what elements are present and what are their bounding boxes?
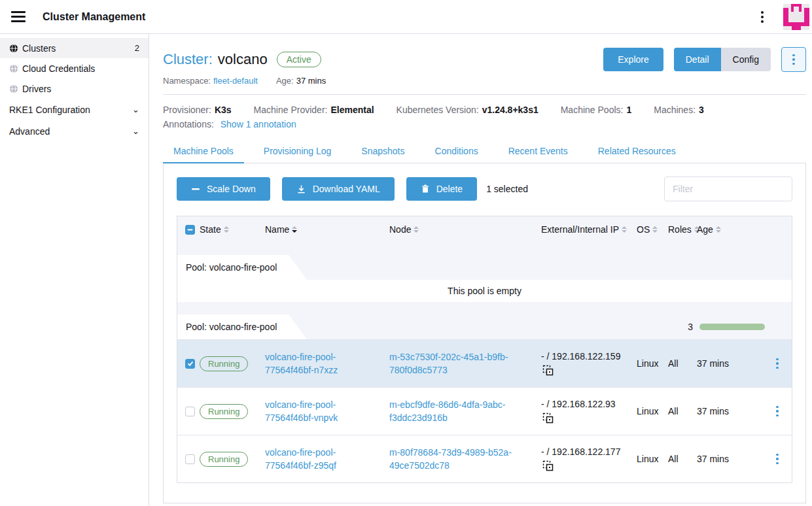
table-row[interactable]: Running volcano-fire-pool-77564f46bf-n7x…	[177, 339, 792, 387]
namespace-label: Namespace:	[163, 76, 211, 86]
tab-bar: Machine Pools Provisioning Log Snapshots…	[163, 139, 806, 163]
scale-down-button[interactable]: Scale Down	[177, 177, 270, 201]
row-actions-kebab[interactable]	[763, 358, 792, 369]
cluster-meta: Provisioner:K3s Machine Provider:Element…	[163, 102, 806, 118]
machine-provider-label: Machine Provider:	[254, 105, 328, 115]
group-spacer	[177, 243, 792, 255]
download-yaml-button[interactable]: Download YAML	[282, 177, 395, 201]
column-header-state[interactable]: State	[200, 224, 265, 235]
age-value: 37 mins	[697, 358, 763, 369]
filter-input[interactable]	[664, 177, 792, 201]
row-checkbox[interactable]	[185, 359, 195, 369]
age-value: 37 mins	[697, 406, 763, 416]
detail-button[interactable]: Detail	[674, 48, 721, 71]
chevron-down-icon: ⌄	[132, 126, 139, 136]
kubernetes-version-label: Kubernetes Version:	[397, 105, 479, 115]
clusters-count-badge: 2	[135, 43, 139, 53]
column-header-roles[interactable]: Roles	[668, 224, 697, 235]
table-row[interactable]: Running volcano-fire-pool-77564f46bf-vnp…	[177, 387, 792, 435]
sidebar: Clusters 2 Cloud Credentials Drivers RKE…	[0, 34, 149, 506]
copy-icon[interactable]	[542, 460, 554, 471]
download-icon	[296, 184, 306, 194]
state-badge: Running	[200, 452, 248, 467]
provisioner-label: Provisioner:	[163, 105, 211, 115]
machines-label: Machines:	[654, 105, 696, 115]
group-spacer	[177, 302, 792, 314]
sidebar-section-rke1-configuration[interactable]: RKE1 Configuration ⌄	[0, 99, 149, 120]
explore-button[interactable]: Explore	[603, 48, 663, 71]
column-header-ip[interactable]: External/Internal IP	[541, 224, 637, 235]
node-link[interactable]: m-80f78684-73d9-4989-b52a-49ce7502dc78	[389, 446, 541, 473]
selected-count: 1 selected	[486, 184, 528, 194]
age-label: Age:	[276, 76, 294, 86]
copy-icon[interactable]	[542, 413, 554, 424]
trash-icon	[421, 184, 430, 194]
sidebar-section-advanced[interactable]: Advanced ⌄	[0, 120, 149, 142]
node-link[interactable]: m-53c7530f-202c-45a1-b9fb-780f0d8c5773	[389, 350, 541, 377]
tab-related-resources[interactable]: Related Resources	[588, 139, 686, 163]
machine-name-link[interactable]: volcano-fire-pool-77564f46bf-z95qf	[265, 446, 389, 473]
state-badge: Running	[200, 404, 248, 419]
pool-tab-label: Pool: volcano-fire-pool	[177, 314, 307, 339]
row-checkbox[interactable]	[185, 454, 195, 464]
age-value: 37 mins	[697, 454, 763, 464]
pool-tab-label: Pool: volcano-fire-pool	[177, 255, 307, 280]
os-value: Linux	[637, 358, 668, 369]
os-value: Linux	[637, 454, 668, 464]
pool-group-header: Pool: volcano-fire-pool 3	[177, 314, 792, 339]
machine-provider-value: Elemental	[330, 105, 374, 115]
main-content: Cluster: volcano Active Explore Detail C…	[149, 34, 812, 506]
column-header-name[interactable]: Name	[265, 224, 389, 235]
globe-icon	[9, 64, 18, 73]
machine-name-link[interactable]: volcano-fire-pool-77564f46bf-n7xzz	[265, 350, 389, 377]
row-actions-kebab[interactable]	[763, 454, 792, 465]
tab-snapshots[interactable]: Snapshots	[351, 139, 415, 163]
status-badge: Active	[277, 52, 321, 67]
globe-icon	[9, 44, 18, 53]
tab-recent-events[interactable]: Recent Events	[498, 139, 578, 163]
config-button[interactable]: Config	[721, 48, 771, 71]
tab-machine-pools[interactable]: Machine Pools	[163, 139, 244, 163]
sidebar-item-label: Cloud Credentials	[22, 63, 95, 74]
annotations-label: Annotations:	[163, 119, 214, 129]
chevron-down-icon: ⌄	[132, 105, 139, 114]
sidebar-item-drivers[interactable]: Drivers	[0, 78, 149, 99]
ip-value: - / 192.168.122.159	[541, 351, 637, 362]
machine-pools-value: 1	[626, 105, 631, 115]
globe-icon	[9, 84, 18, 93]
pool-machine-count: 3	[688, 322, 693, 332]
table-header: State Name Node External/Internal IP OS …	[177, 216, 792, 243]
minus-icon	[191, 184, 200, 194]
provisioner-value: K3s	[215, 105, 232, 115]
cluster-actions-kebab-button[interactable]	[781, 47, 806, 72]
pool-health-bar	[699, 324, 765, 330]
node-link[interactable]: m-ebcf9dfe-86d6-4dfa-9abc-f3ddc23d916b	[389, 398, 541, 425]
tab-conditions[interactable]: Conditions	[425, 139, 489, 163]
delete-button[interactable]: Delete	[406, 177, 477, 201]
hamburger-menu-icon[interactable]	[11, 8, 26, 25]
machine-name-link[interactable]: volcano-fire-pool-77564f46bf-vnpvk	[265, 398, 389, 425]
cluster-name: volcano	[218, 51, 268, 68]
sidebar-item-cloud-credentials[interactable]: Cloud Credentials	[0, 58, 149, 78]
rancher-logo	[783, 4, 809, 30]
column-header-node[interactable]: Node	[389, 224, 541, 235]
row-actions-kebab[interactable]	[763, 406, 792, 417]
sidebar-item-clusters[interactable]: Clusters 2	[0, 38, 149, 58]
table-row[interactable]: Running volcano-fire-pool-77564f46bf-z95…	[177, 435, 792, 482]
row-checkbox[interactable]	[185, 407, 195, 416]
show-annotation-link[interactable]: Show 1 annotation	[221, 119, 296, 129]
empty-pool-message: This pool is empty	[177, 280, 792, 302]
sidebar-section-label: Advanced	[9, 126, 50, 137]
sidebar-item-label: Clusters	[22, 43, 56, 54]
os-value: Linux	[637, 406, 668, 416]
column-header-age[interactable]: Age	[697, 224, 763, 235]
tab-provisioning-log[interactable]: Provisioning Log	[253, 139, 342, 163]
app-title: Cluster Management	[43, 11, 145, 23]
copy-icon[interactable]	[542, 365, 554, 376]
header-kebab-menu-icon[interactable]	[757, 7, 768, 27]
column-header-os[interactable]: OS	[637, 224, 668, 235]
roles-value: All	[668, 454, 697, 464]
select-all-checkbox[interactable]	[185, 225, 195, 235]
roles-value: All	[668, 406, 697, 416]
namespace-link[interactable]: fleet-default	[213, 76, 258, 86]
